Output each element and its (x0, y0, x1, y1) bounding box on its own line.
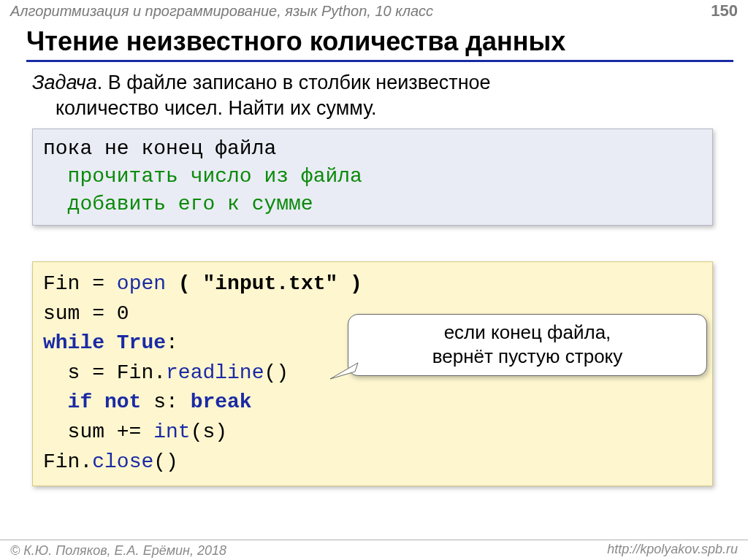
code-zero: 0 (117, 302, 129, 325)
code-indent2 (43, 391, 68, 413)
pseudo-l3: добавить его к сумме (43, 193, 313, 215)
code-s-assign: s = Fin. (68, 361, 166, 384)
code-indent1 (43, 361, 68, 384)
code-close: close (92, 450, 153, 473)
topbar: Алгоритмизация и программирование, язык … (0, 0, 748, 22)
code-paren2: () (153, 450, 178, 473)
code-close-pre: Fin. (43, 450, 92, 473)
task-text: Задача. В файле записано в столбик неизв… (32, 70, 726, 120)
code-open-args: ( "input.txt" ) (166, 272, 362, 295)
code-indent3 (43, 421, 68, 443)
code-eq1: = (80, 272, 116, 295)
code-int: int (153, 421, 190, 443)
page-number: 150 (711, 1, 738, 20)
code-sum: sum (43, 302, 80, 325)
code-colon: : (166, 331, 178, 354)
breadcrumb: Алгоритмизация и программирование, язык … (10, 3, 433, 19)
task-line1: В файле записано в столбик неизвестное (108, 72, 491, 93)
footer: © К.Ю. Поляков, Е.А. Ерёмин, 2018 http:/… (0, 540, 748, 560)
code-true: True (104, 331, 166, 354)
footer-url: http://kpolyakov.spb.ru (607, 542, 738, 557)
code-sum-pluseq: sum += (68, 421, 154, 443)
slide-title: Чтение неизвестного количества данных (26, 28, 733, 62)
callout-line2: вернёт пустую строку (356, 345, 699, 369)
code-readline: readline (166, 361, 264, 384)
task-line2: количество чисел. Найти их сумму. (32, 96, 726, 121)
code-fin: Fin (43, 272, 80, 295)
code-while: while (43, 331, 104, 354)
footer-copyright: © К.Ю. Поляков, Е.А. Ерёмин, 2018 (10, 543, 226, 558)
code-int-arg: (s) (191, 421, 227, 443)
pseudo-l2: прочитать число из файла (43, 165, 362, 188)
svg-marker-0 (330, 363, 358, 379)
code-if-rest: s: (141, 391, 190, 413)
code-open: open (117, 272, 166, 295)
code-if: if not (68, 391, 142, 413)
callout-box: если конец файла, вернёт пустую строку (348, 314, 707, 376)
slide: Алгоритмизация и программирование, язык … (0, 0, 748, 560)
callout-line1: если конец файла, (356, 321, 699, 345)
pseudocode-box: пока не конец файла прочитать число из ф… (32, 129, 713, 226)
code-break: break (191, 391, 252, 413)
task-label: Задача (32, 72, 97, 93)
code-eq2: = (80, 302, 116, 325)
task-sep: . (97, 72, 108, 93)
pseudo-l1: пока не конец файла (43, 137, 276, 160)
code-paren1: () (264, 361, 289, 384)
